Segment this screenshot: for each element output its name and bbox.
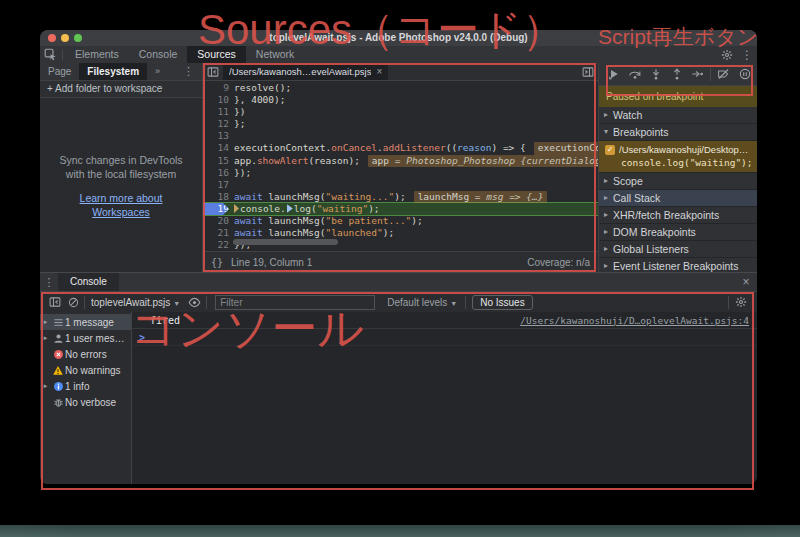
code-line[interactable]: 12}; (203, 118, 598, 130)
code-line[interactable]: 13 (203, 130, 598, 142)
code-token: "waiting" (317, 203, 368, 214)
breakpoint-entry[interactable]: ✓/Users/kawanoshuji/Desktop…console.log(… (599, 141, 757, 173)
console-filter-no-warnings[interactable]: No warnings (40, 362, 131, 378)
drawer-kebab-menu-icon[interactable]: ⋮ (40, 273, 58, 291)
breakpoint-checkbox[interactable]: ✓ (605, 145, 615, 155)
step-button[interactable] (687, 65, 708, 83)
line-number[interactable]: 12 (203, 118, 234, 130)
step-over-button[interactable] (624, 65, 645, 83)
console-message-row[interactable]: fired /Users/kawanoshuji/D…oplevelAwait.… (132, 312, 757, 329)
line-number[interactable]: 15 (203, 155, 234, 167)
drawer-tab-bar: ⋮ Console × (40, 273, 757, 292)
pause-on-exceptions-button[interactable] (734, 65, 755, 83)
code-token: "launched" (326, 227, 383, 238)
editor-file-tab[interactable]: /Users/kawanosh…evelAwait.psjs × (223, 63, 388, 80)
line-number[interactable]: 18 (203, 191, 234, 203)
tab-page[interactable]: Page (40, 63, 79, 80)
console-message-source-link[interactable]: /Users/kawanoshuji/D…oplevelAwait.psjs:4 (520, 315, 757, 326)
console-filter-1-info[interactable]: ▸1 info (40, 378, 131, 394)
section-xhr-fetch-breakpoints[interactable]: ▸XHR/fetch Breakpoints (599, 207, 757, 224)
horizontal-scrollbar[interactable] (231, 239, 596, 245)
gear-icon[interactable] (717, 46, 737, 63)
tab-filesystem[interactable]: Filesystem (79, 63, 147, 80)
section-global-listeners[interactable]: ▸Global Listeners (599, 241, 757, 258)
code-line-text: }, 4000); (234, 94, 598, 106)
code-token: launchMsg( (263, 227, 326, 238)
console-filter-1-user-mes-[interactable]: ▸1 user mes… (40, 330, 131, 346)
code-line[interactable]: 10 }, 4000); (203, 94, 598, 106)
create-live-expression-icon[interactable] (184, 296, 204, 309)
section-scope[interactable]: ▸Scope (599, 173, 757, 190)
console-filter-1-message[interactable]: ▸1 message (40, 314, 131, 330)
log-levels-select[interactable]: Default levels▼ (387, 297, 457, 308)
scrollbar-thumb[interactable] (233, 239, 338, 245)
line-number[interactable]: 13 (203, 130, 234, 142)
line-number[interactable]: 19 (203, 203, 234, 215)
code-line[interactable]: 9 resolve(); (203, 82, 598, 94)
code-line[interactable]: 20await launchMsg("be patient..."); (203, 215, 598, 227)
line-number[interactable]: 11 (203, 106, 234, 118)
tab-network[interactable]: Network (246, 46, 305, 63)
code-line[interactable]: 14executionContext.onCancel.addListener(… (203, 142, 598, 154)
inline-eval-badge: launchMsg = msg => {…} (414, 191, 548, 203)
breakpoint-file: /Users/kawanoshuji/Desktop… (619, 144, 748, 155)
step-into-button[interactable] (645, 65, 666, 83)
step-out-button[interactable] (666, 65, 687, 83)
line-number[interactable]: 14 (203, 142, 234, 154)
chevron-collapsed-icon: ▸ (599, 207, 613, 223)
debugger-sections: ▸Watch▾Breakpoints✓/Users/kawanoshuji/De… (599, 107, 757, 272)
workspaces-learn-more-link[interactable]: Learn more about Workspaces (40, 191, 202, 219)
line-number[interactable]: 20 (203, 215, 234, 227)
code-line[interactable]: 15 app.showAlert(reason);app = Photoshop… (203, 155, 598, 167)
chevron-collapsed-icon: ▸ (599, 107, 613, 123)
section-call-stack[interactable]: ▸Call Stack (599, 190, 757, 207)
console-filter-no-verbose[interactable]: No verbose (40, 394, 131, 410)
hide-navigator-icon[interactable] (203, 63, 223, 80)
more-tabs-chevron-icon[interactable]: » (147, 63, 168, 80)
resume-button[interactable] (603, 65, 624, 83)
tab-elements[interactable]: Elements (65, 46, 129, 63)
console-filter-no-errors[interactable]: No errors (40, 346, 131, 362)
console-settings-gear-icon[interactable] (731, 296, 751, 308)
line-number[interactable]: 21 (203, 227, 234, 239)
line-number[interactable]: 16 (203, 167, 234, 179)
code-line[interactable]: 21await launchMsg("launched"); (203, 227, 598, 239)
filter-input[interactable] (215, 295, 375, 310)
section-breakpoints[interactable]: ▾Breakpoints (599, 124, 757, 141)
debugger-pane: Paused on breakpoint ▸Watch▾Breakpoints✓… (598, 63, 757, 272)
code-editor[interactable]: 9 resolve();10 }, 4000);11 })12};1314exe… (203, 80, 598, 253)
code-line-current[interactable]: 19console.log("waiting"); (203, 203, 598, 215)
inspect-element-icon[interactable] (40, 46, 60, 63)
hide-debugger-icon[interactable] (578, 63, 598, 80)
code-line[interactable]: 11 }) (203, 106, 598, 118)
line-number[interactable]: 9 (203, 82, 234, 94)
code-line[interactable]: 17 (203, 179, 598, 191)
section-dom-breakpoints[interactable]: ▸DOM Breakpoints (599, 224, 757, 241)
close-icon[interactable]: × (376, 66, 382, 77)
tab-console[interactable]: Console (129, 46, 188, 63)
line-number[interactable]: 22 (203, 239, 234, 251)
code-token: showAlert (257, 155, 308, 166)
code-line[interactable]: 16}); (203, 167, 598, 179)
console-sidebar-toggle-icon[interactable] (46, 296, 64, 308)
pretty-print-icon[interactable]: {} (203, 257, 231, 268)
navigator-kebab-menu-icon[interactable]: ⋮ (175, 63, 202, 80)
section-watch[interactable]: ▸Watch (599, 107, 757, 124)
section-label: XHR/fetch Breakpoints (613, 207, 719, 223)
console-body: ▸1 message▸1 user mes…No errorsNo warnin… (40, 312, 757, 484)
line-number[interactable]: 10 (203, 94, 234, 106)
tab-console[interactable]: Console (58, 273, 119, 291)
code-token: await (234, 227, 263, 238)
add-folder-button[interactable]: + Add folder to workspace (40, 81, 202, 98)
clear-console-icon[interactable] (64, 297, 82, 308)
section-event-listener-breakpoints[interactable]: ▸Event Listener Breakpoints (599, 258, 757, 272)
console-prompt-row[interactable]: > (132, 329, 757, 346)
javascript-context-select[interactable]: toplevelAwait.psjs▼ (91, 297, 180, 308)
line-number[interactable]: 17 (203, 179, 234, 191)
issues-counter[interactable]: No Issues (472, 295, 532, 310)
kebab-menu-icon[interactable]: ⋮ (737, 46, 757, 63)
tab-sources[interactable]: Sources (187, 46, 246, 63)
code-line[interactable]: 18await launchMsg("waiting...");launchMs… (203, 191, 598, 203)
deactivate-breakpoints-button[interactable] (713, 65, 734, 83)
close-drawer-icon[interactable]: × (735, 273, 757, 291)
